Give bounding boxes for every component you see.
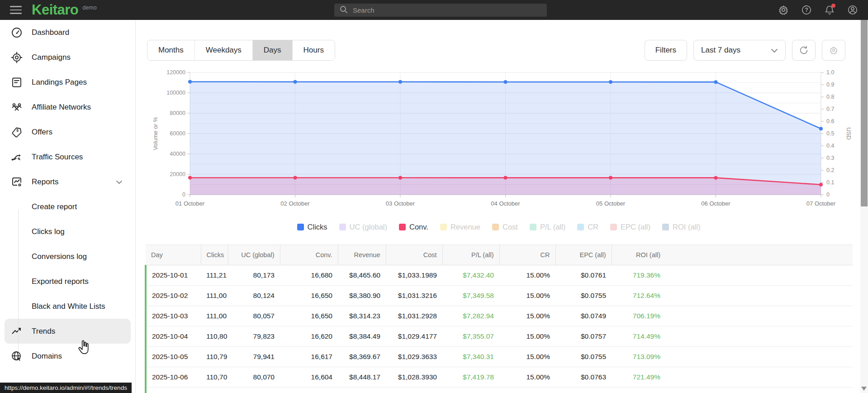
tab-days[interactable]: Days xyxy=(253,40,293,60)
cell-cr: 15.00% xyxy=(499,265,555,286)
sidebar-item-domains[interactable]: Domains xyxy=(0,344,135,369)
column-header-revenue[interactable]: Revenue xyxy=(338,245,386,265)
svg-text:80000: 80000 xyxy=(170,110,185,116)
cell-clicks: 110,70 xyxy=(201,367,228,388)
cell-cr: 15.00% xyxy=(499,388,555,393)
svg-text:0.8: 0.8 xyxy=(826,94,834,100)
table-row[interactable]: 2025-10-01111,2180,17316,680$8,465.60$1,… xyxy=(146,265,853,286)
cell-cr: 15.00% xyxy=(499,286,555,306)
sidebar-item-dashboard[interactable]: Dashboard xyxy=(0,20,135,45)
sidebar-item-label: Black and White Lists xyxy=(32,302,105,311)
cell-revenue: $8,465.60 xyxy=(338,265,386,286)
notifications-bell-icon[interactable] xyxy=(824,5,835,15)
cell-revenue: $8,384.49 xyxy=(338,326,386,347)
column-header-cost[interactable]: Cost xyxy=(386,245,442,265)
scrollbar-thumb[interactable] xyxy=(861,20,868,206)
column-header-cr[interactable]: CR xyxy=(499,245,555,265)
cell-filler xyxy=(666,367,853,388)
settings-gear-icon[interactable] xyxy=(778,5,789,15)
sidebar-item-conversions-log[interactable]: Conversions log xyxy=(0,244,135,269)
table-row[interactable]: 2025-10-02111,0080,12416,650$8,380.90$1,… xyxy=(146,286,853,306)
table-row[interactable]: 2025-10-04110,8079,82316,620$8,384.49$1,… xyxy=(146,326,853,347)
search-input[interactable] xyxy=(353,6,534,14)
column-header-conv[interactable]: Conv. xyxy=(280,245,338,265)
column-header-epc-all[interactable]: EPC (all) xyxy=(555,245,612,265)
campaigns-icon xyxy=(11,52,23,63)
chart-settings-button[interactable] xyxy=(822,40,845,61)
legend-item-cr[interactable]: CR xyxy=(577,223,598,231)
svg-text:02 October: 02 October xyxy=(280,200,310,207)
column-header-roi-all[interactable]: ROI (all) xyxy=(612,245,666,265)
tab-months[interactable]: Months xyxy=(147,40,195,60)
search-icon xyxy=(340,5,348,15)
sidebar-item-trends[interactable]: Trends xyxy=(5,319,131,344)
sidebar-item-label: Affiliate Networks xyxy=(32,103,91,112)
column-header-day[interactable]: Day xyxy=(146,245,201,265)
cell-cost: $1,029.4177 xyxy=(386,326,442,347)
refresh-button[interactable] xyxy=(792,40,816,61)
filters-button[interactable]: Filters xyxy=(645,40,687,61)
svg-text:07 October: 07 October xyxy=(806,200,836,207)
sidebar-item-landings-pages[interactable]: Landings Pages xyxy=(0,70,135,95)
cell-cost: $1,029.3633 xyxy=(386,347,442,367)
table-row[interactable]: 2025-10-03111,0080,05716,650$8,314.23$1,… xyxy=(146,306,853,326)
legend-item-clicks[interactable]: Clicks xyxy=(297,223,327,231)
hamburger-menu-icon[interactable] xyxy=(10,6,22,14)
cell-filler xyxy=(666,306,853,326)
sidebar-item-create-report[interactable]: Create report xyxy=(0,194,135,219)
svg-text:1.0: 1.0 xyxy=(826,69,834,76)
cell-uc-global: 79,941 xyxy=(228,347,280,367)
sidebar-item-black-and-white-lists[interactable]: Black and White Lists xyxy=(0,294,135,319)
scrollbar-down-arrow[interactable] xyxy=(861,387,867,391)
cell-cost: $1,033.1989 xyxy=(386,265,442,286)
svg-text:01 October: 01 October xyxy=(175,200,205,207)
sidebar-item-clicks-log[interactable]: Clicks log xyxy=(0,219,135,244)
cell-uc-global: 79,823 xyxy=(228,326,280,347)
table-row[interactable]: 2025-10-0744,1941,4776,64$4,103.84$517.8… xyxy=(146,388,853,393)
cell-conv: 16,620 xyxy=(280,326,338,347)
tab-hours[interactable]: Hours xyxy=(293,40,335,60)
legend-item-epc-all[interactable]: EPC (all) xyxy=(610,223,650,231)
sidebar-item-campaigns[interactable]: Campaigns xyxy=(0,45,135,70)
table-row[interactable]: 2025-10-06110,7080,07016,604$8,448.17$1,… xyxy=(146,367,853,388)
svg-text:0.4: 0.4 xyxy=(826,143,834,149)
legend-item-cost[interactable]: Cost xyxy=(492,223,518,231)
sidebar-item-label: Clicks log xyxy=(32,227,65,236)
legend-label: Cost xyxy=(503,223,518,231)
cell-epc-all: $0.0755 xyxy=(555,347,612,367)
legend-label: P/L (all) xyxy=(540,223,565,231)
legend-label: UC (global) xyxy=(350,223,387,231)
user-avatar-icon[interactable] xyxy=(847,5,858,15)
legend-item-p-l-all[interactable]: P/L (all) xyxy=(530,223,565,231)
sidebar-item-exported-reports[interactable]: Exported reports xyxy=(0,269,135,294)
trends-icon xyxy=(11,326,23,337)
cell-clicks: 111,00 xyxy=(201,286,228,306)
date-range-select[interactable]: Last 7 days xyxy=(693,40,786,61)
sidebar-item-affiliate-networks[interactable]: Affiliate Networks xyxy=(0,95,135,120)
cell-cost: $1,031.3216 xyxy=(386,286,442,306)
cell-day: 2025-10-02 xyxy=(146,286,201,306)
sidebar-item-label: Dashboard xyxy=(32,28,69,37)
table-row[interactable]: 2025-10-05110,7979,94116,617$8,369.67$1,… xyxy=(146,347,853,367)
cell-cost: $1,031.2928 xyxy=(386,306,442,326)
link-status-tooltip: https://demo.keitaro.io/admin/#!/trends/… xyxy=(0,383,132,393)
column-header-clicks[interactable]: Clicks xyxy=(201,245,228,265)
legend-item-roi-all[interactable]: ROI (all) xyxy=(662,223,700,231)
legend-item-uc-global[interactable]: UC (global) xyxy=(339,223,387,231)
sidebar-item-reports[interactable]: Reports xyxy=(0,169,135,194)
svg-text:20000: 20000 xyxy=(170,171,185,177)
legend-swatch xyxy=(610,224,617,230)
help-icon[interactable]: ? xyxy=(801,5,812,15)
column-header-uc-global[interactable]: UC (global) xyxy=(228,245,280,265)
chart-canvas: 02000040000600008000010000012000000.10.2… xyxy=(145,67,853,217)
sidebar-item-offers[interactable]: $Offers xyxy=(0,120,135,144)
cell-filler xyxy=(666,326,853,347)
legend-item-conv[interactable]: Conv. xyxy=(399,223,428,231)
cell-day: 2025-10-04 xyxy=(146,326,201,347)
cell-roi-all: 712.64% xyxy=(612,286,666,306)
tab-weekdays[interactable]: Weekdays xyxy=(195,40,253,60)
sidebar-item-traffic-sources[interactable]: Traffic Sources xyxy=(0,144,135,169)
cell-p-l-all: $7,355.07 xyxy=(442,326,499,347)
column-header-p-l-all[interactable]: P/L (all) xyxy=(442,245,499,265)
legend-item-revenue[interactable]: Revenue xyxy=(440,223,480,231)
